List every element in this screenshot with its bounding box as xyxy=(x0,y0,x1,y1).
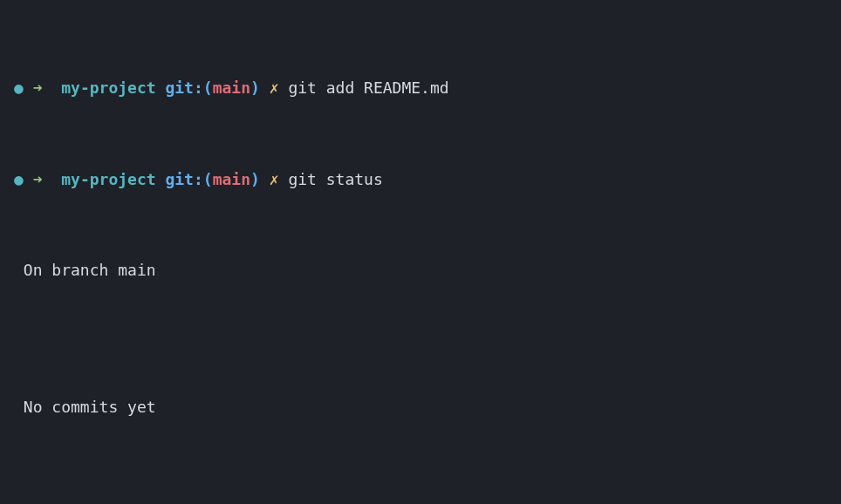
output-line xyxy=(14,464,827,487)
command-text: git add README.md xyxy=(288,77,448,99)
prompt-line-1: ● ➜ my-project git:(main) ✗ git add READ… xyxy=(14,77,827,99)
project-name: my-project xyxy=(61,168,155,191)
project-name: my-project xyxy=(61,77,155,99)
git-paren-open: ( xyxy=(203,77,213,99)
output-line: On branch main xyxy=(14,259,827,282)
prompt-line-2: ● ➜ my-project git:(main) ✗ git status xyxy=(14,168,827,191)
git-paren-open: ( xyxy=(203,168,213,191)
git-branch: main xyxy=(213,168,250,191)
no-commits-text: No commits yet xyxy=(24,396,156,419)
terminal[interactable]: ● ➜ my-project git:(main) ✗ git add READ… xyxy=(14,9,827,504)
on-branch-text: On branch main xyxy=(24,259,156,282)
arrow-icon: ➜ xyxy=(33,168,43,191)
git-paren-close: ) xyxy=(250,168,260,191)
dirty-icon: ✗ xyxy=(270,77,279,99)
arrow-icon: ➜ xyxy=(33,77,43,99)
git-label: git: xyxy=(165,168,202,191)
status-bullet-icon: ● xyxy=(14,77,24,99)
git-label: git: xyxy=(165,77,202,99)
git-paren-close: ) xyxy=(250,77,260,99)
output-line xyxy=(14,327,827,350)
status-bullet-icon: ● xyxy=(14,168,24,191)
git-branch: main xyxy=(213,77,250,99)
command-text: git status xyxy=(288,168,382,191)
dirty-icon: ✗ xyxy=(270,168,279,191)
output-line: No commits yet xyxy=(14,396,827,419)
